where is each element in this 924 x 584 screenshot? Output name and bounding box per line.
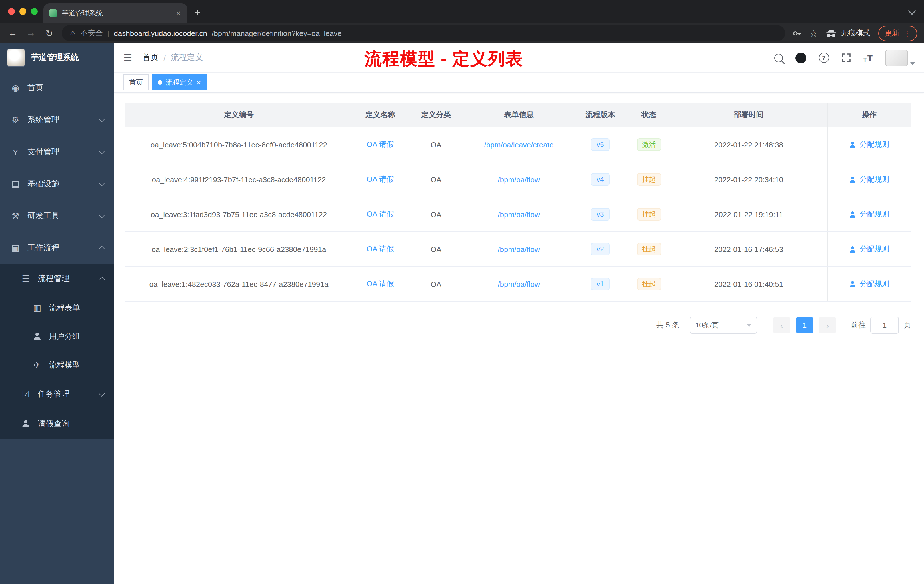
tag-home[interactable]: 首页 [124, 74, 148, 90]
breadcrumb-current: 流程定义 [171, 53, 203, 63]
sidebar-item-payment-management[interactable]: ¥ 支付管理 [0, 136, 114, 168]
user-icon [850, 176, 856, 183]
sidebar-item-infrastructure[interactable]: ▤ 基础设施 [0, 168, 114, 200]
tab-search-chevron-icon[interactable] [908, 7, 916, 15]
definition-name-link[interactable]: OA 请假 [366, 210, 394, 218]
sidebar-item-system-management[interactable]: ⚙ 系统管理 [0, 104, 114, 136]
tag-close-icon[interactable]: × [196, 79, 201, 86]
chevron-up-icon [99, 246, 105, 252]
breadcrumb-separator: / [164, 53, 166, 62]
chevron-down-icon [99, 116, 105, 122]
form-link[interactable]: /bpm/oa/flow [498, 280, 540, 288]
version-badge: v1 [591, 278, 609, 290]
version-badge: v5 [591, 138, 609, 151]
sidebar: 芋道管理系统 ◉ 首页 ⚙ 系统管理 ¥ 支付管理 ▤ 基础设施 [0, 43, 114, 584]
browser-tab[interactable]: 芋道管理系统 × [43, 3, 187, 23]
list-icon: ☰ [21, 274, 31, 284]
breadcrumb: 首页 / 流程定义 [143, 53, 203, 63]
sidebar-item-process-management[interactable]: ☰ 流程管理 [0, 264, 114, 294]
security-label: 不安全 [81, 28, 103, 38]
definition-name-link[interactable]: OA 请假 [366, 140, 394, 148]
logo-avatar [7, 49, 25, 67]
next-page-button[interactable]: › [819, 317, 836, 333]
col-status: 状态 [627, 103, 670, 127]
pagination-total: 共 5 条 [656, 320, 680, 330]
address-bar[interactable]: ⚠ 不安全 | dashboard.yudao.iocoder.cn/bpm/m… [62, 25, 785, 41]
prev-page-button[interactable]: ‹ [773, 317, 790, 333]
sidebar-item-process-form[interactable]: ▥ 流程表单 [0, 294, 114, 322]
sidebar-item-leave-query[interactable]: 请假查询 [0, 409, 114, 439]
security-warning-icon: ⚠ [70, 29, 76, 37]
key-icon[interactable] [792, 28, 802, 38]
yen-icon: ¥ [10, 147, 21, 157]
table-row: oa_leave:1:482ec033-762a-11ec-8477-a2380… [125, 267, 911, 302]
assign-rule-button[interactable]: 分配规则 [850, 174, 889, 185]
sidebar-item-process-model[interactable]: ✈ 流程模型 [0, 351, 114, 379]
assign-rule-button[interactable]: 分配规则 [850, 139, 889, 150]
definition-name-link[interactable]: OA 请假 [366, 279, 394, 288]
chevron-down-icon [99, 148, 105, 154]
incognito-label: 无痕模式 [841, 28, 870, 38]
page-size-select[interactable]: 10条/页 [690, 317, 757, 334]
sidebar-item-dev-tools[interactable]: ⚒ 研发工具 [0, 200, 114, 232]
fullscreen-icon[interactable] [842, 53, 851, 62]
search-icon[interactable] [774, 53, 782, 62]
col-process-version: 流程版本 [573, 103, 627, 127]
definition-name-link[interactable]: OA 请假 [366, 175, 394, 183]
browser-menu-dots-icon[interactable]: ⋮ [903, 29, 911, 38]
goto-page-input[interactable] [870, 317, 899, 334]
task-icon: ☑ [21, 389, 31, 399]
window-minimize-button[interactable] [20, 8, 26, 15]
header-actions: ? TT [774, 49, 915, 66]
update-label: 更新 [884, 28, 899, 38]
assign-rule-button[interactable]: 分配规则 [850, 279, 889, 289]
bookmark-star-icon[interactable]: ☆ [809, 28, 818, 39]
breadcrumb-home[interactable]: 首页 [143, 53, 158, 63]
sidebar-item-workflow[interactable]: ▣ 工作流程 [0, 232, 114, 264]
sidebar-collapse-icon[interactable]: ☰ [124, 52, 132, 64]
reload-icon[interactable]: ↻ [43, 28, 55, 39]
definition-category-cell: OA [408, 162, 465, 197]
browser-update-button[interactable]: 更新 ⋮ [878, 25, 917, 41]
font-size-icon[interactable]: TT [863, 53, 873, 63]
sidebar-item-home[interactable]: ◉ 首页 [0, 72, 114, 104]
form-link[interactable]: /bpm/oa/flow [498, 245, 540, 253]
sidebar-item-task-management[interactable]: ☑ 任务管理 [0, 379, 114, 409]
forward-icon[interactable]: → [25, 28, 36, 38]
tag-process-definition[interactable]: 流程定义 × [152, 74, 206, 90]
user-icon [21, 419, 31, 429]
new-tab-button[interactable]: + [194, 6, 201, 19]
definition-table: 定义编号 定义名称 定义分类 表单信息 流程版本 状态 部署时间 操作 oa_l [125, 103, 911, 302]
user-icon [850, 281, 856, 287]
version-badge: v4 [591, 173, 609, 186]
goto-label: 前往 [851, 320, 866, 330]
user-menu[interactable] [885, 49, 915, 66]
definition-name-link[interactable]: OA 请假 [366, 244, 394, 253]
window-zoom-button[interactable] [31, 8, 38, 15]
chevron-up-icon [99, 277, 105, 283]
toolbar-right: ☆ 无痕模式 更新 ⋮ [792, 25, 917, 41]
window-close-button[interactable] [8, 8, 15, 15]
paper-plane-icon: ✈ [32, 360, 42, 370]
table-row: oa_leave:4:991f2193-7b7f-11ec-a3c8-acde4… [125, 162, 911, 197]
back-icon[interactable]: ← [7, 28, 18, 38]
url-divider: | [107, 29, 109, 38]
browser-toolbar: ← → ↻ ⚠ 不安全 | dashboard.yudao.iocoder.cn… [0, 23, 924, 43]
page-number-button[interactable]: 1 [796, 317, 813, 333]
avatar[interactable] [885, 49, 908, 66]
definition-category-cell: OA [408, 197, 465, 232]
main-area: ☰ 首页 / 流程定义 流程模型 - 定义列表 ? TT [114, 43, 924, 584]
form-link[interactable]: /bpm/oa/flow [498, 210, 540, 219]
form-link[interactable]: /bpm/oa/leave/create [484, 140, 554, 149]
github-icon[interactable] [795, 52, 806, 63]
tab-favicon-icon [49, 9, 57, 17]
help-icon[interactable]: ? [818, 53, 829, 63]
window-controls [8, 8, 38, 15]
definition-id-cell: oa_leave:3:1fad3d93-7b75-11ec-a3c8-acde4… [125, 197, 353, 232]
sidebar-item-user-group[interactable]: 用户分组 [0, 322, 114, 351]
form-link[interactable]: /bpm/oa/flow [498, 175, 540, 184]
assign-rule-button[interactable]: 分配规则 [850, 209, 889, 219]
assign-rule-button[interactable]: 分配规则 [850, 244, 889, 254]
incognito-badge: 无痕模式 [826, 28, 870, 38]
tab-close-icon[interactable]: × [175, 8, 182, 18]
